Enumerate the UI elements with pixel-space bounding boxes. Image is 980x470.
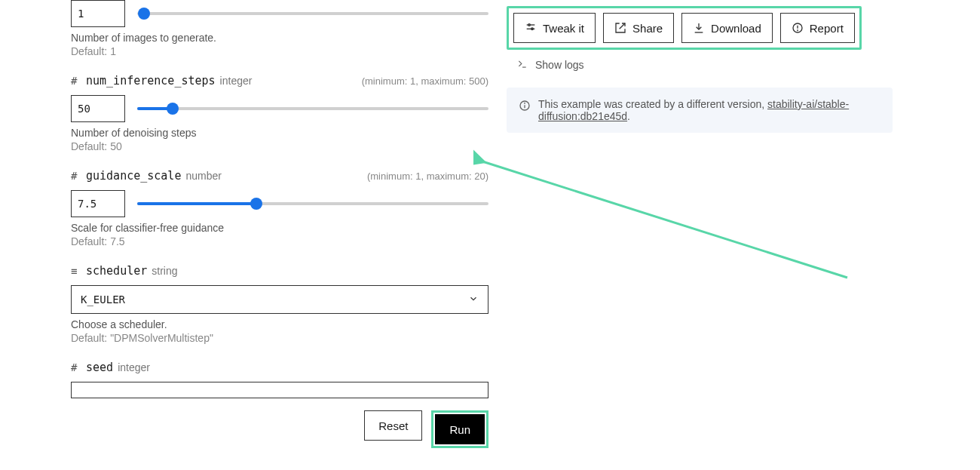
param-seed: # seed integer <box>71 361 488 398</box>
param-scheduler: ≡ scheduler string K_EULER Choose a sche… <box>71 264 488 344</box>
terminal-icon <box>517 59 529 71</box>
reset-button[interactable]: Reset <box>364 410 422 441</box>
num-outputs-default: Default: 1 <box>71 45 488 57</box>
num-inference-steps-hint: Number of denoising steps <box>71 127 488 139</box>
guidance-scale-default: Default: 7.5 <box>71 235 488 247</box>
param-num-inference-steps: # num_inference_steps integer (minimum: … <box>71 74 488 152</box>
report-label: Report <box>810 22 844 35</box>
info-icon <box>519 100 531 112</box>
param-name: scheduler <box>86 264 147 278</box>
param-type: integer <box>220 75 253 87</box>
output-toolbar: Tweak it Share Download Report <box>507 6 862 50</box>
num-outputs-value[interactable]: 1 <box>71 0 125 27</box>
hash-icon: # <box>71 170 81 182</box>
svg-point-10 <box>525 103 525 103</box>
param-num-outputs: 1 Number of images to generate. Default:… <box>71 0 488 57</box>
num-inference-steps-value[interactable]: 50 <box>71 95 125 122</box>
num-outputs-slider[interactable] <box>137 0 488 27</box>
run-button[interactable]: Run <box>435 414 485 444</box>
share-icon <box>614 22 626 34</box>
run-highlight: Run <box>431 410 488 448</box>
download-button[interactable]: Download <box>681 13 773 43</box>
report-button[interactable]: Report <box>780 13 855 43</box>
guidance-scale-value[interactable]: 7.5 <box>71 190 125 217</box>
tweak-button[interactable]: Tweak it <box>513 13 596 43</box>
param-guidance-scale: # guidance_scale number (minimum: 1, max… <box>71 169 488 247</box>
list-icon: ≡ <box>71 265 81 277</box>
param-type: number <box>185 170 221 182</box>
share-label: Share <box>632 22 663 35</box>
param-name: guidance_scale <box>86 169 181 183</box>
notice-text: This example was created by a different … <box>538 98 880 122</box>
svg-point-6 <box>797 30 798 31</box>
sliders-icon <box>525 22 537 34</box>
num-inference-steps-default: Default: 50 <box>71 140 488 152</box>
param-range: (minimum: 1, maximum: 500) <box>362 75 488 87</box>
alert-icon <box>792 22 804 34</box>
scheduler-select[interactable]: K_EULER <box>71 285 488 314</box>
tweak-label: Tweak it <box>543 22 584 35</box>
num-inference-steps-slider[interactable] <box>137 95 488 122</box>
version-notice: This example was created by a different … <box>507 88 893 133</box>
action-buttons: Reset Run <box>71 410 488 448</box>
scheduler-default: Default: "DPMSolverMultistep" <box>71 332 488 344</box>
chevron-down-icon <box>468 293 479 306</box>
show-logs-label: Show logs <box>535 59 584 71</box>
scheduler-hint: Choose a scheduler. <box>71 318 488 330</box>
parameters-panel: 1 Number of images to generate. Default:… <box>12 0 488 448</box>
param-name: seed <box>86 361 113 374</box>
seed-input[interactable] <box>71 382 488 398</box>
download-icon <box>693 22 705 34</box>
guidance-scale-hint: Scale for classifier-free guidance <box>71 222 488 234</box>
download-label: Download <box>711 22 761 35</box>
output-panel: Tweak it Share Download Report <box>507 0 968 448</box>
share-button[interactable]: Share <box>603 13 674 43</box>
num-outputs-hint: Number of images to generate. <box>71 32 488 44</box>
param-range: (minimum: 1, maximum: 20) <box>367 170 488 182</box>
scheduler-value: K_EULER <box>81 293 125 306</box>
hash-icon: # <box>71 361 81 373</box>
show-logs-toggle[interactable]: Show logs <box>507 50 893 71</box>
param-name: num_inference_steps <box>86 74 216 88</box>
param-type: string <box>152 265 177 277</box>
param-type: integer <box>118 361 150 373</box>
hash-icon: # <box>71 75 81 87</box>
guidance-scale-slider[interactable] <box>137 190 488 217</box>
